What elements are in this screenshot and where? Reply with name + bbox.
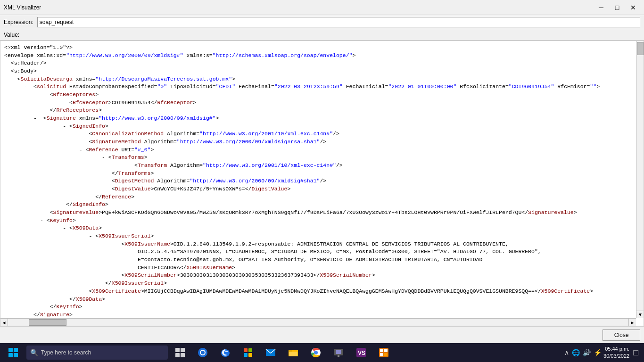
svg-rect-2	[175, 353, 180, 357]
maximize-button[interactable]: □	[610, 2, 624, 13]
notification-icon[interactable]: □	[633, 348, 638, 358]
task-view-button[interactable]	[170, 343, 190, 362]
task-view-icon	[174, 347, 186, 358]
svg-point-16	[314, 351, 318, 354]
value-row: Value:	[0, 29, 644, 41]
taskbar-clock[interactable]: 05:44 p.m. 30/03/2022	[603, 346, 629, 360]
minimize-button[interactable]: ─	[594, 2, 608, 13]
svg-rect-14	[289, 352, 297, 356]
bottom-bar: Close	[0, 326, 644, 343]
horizontal-scrollbar[interactable]: ◄ ►	[0, 318, 636, 326]
svg-rect-9	[244, 353, 248, 357]
cortana-icon	[197, 347, 208, 358]
svg-rect-18	[336, 350, 341, 354]
svg-rect-0	[175, 348, 180, 352]
svg-text:VS: VS	[358, 350, 365, 356]
svg-rect-25	[380, 353, 383, 356]
taskbar-search[interactable]: 🔍 Type here to search	[26, 346, 168, 360]
mail-icon	[265, 347, 276, 358]
windows-logo-icon	[8, 348, 18, 357]
svg-rect-8	[248, 348, 252, 352]
explorer-button[interactable]	[283, 343, 304, 362]
taskbar-right: ∧ 🌐 🔊 ⚡ 05:44 p.m. 30/03/2022 □	[564, 346, 642, 360]
xml-content-area[interactable]: <?xml version="1.0"?> <envelope xmlns:xd…	[0, 41, 644, 326]
power-automate-icon	[378, 347, 389, 358]
hscroll-right-arrow[interactable]: ►	[628, 319, 636, 326]
svg-rect-10	[248, 353, 252, 357]
xml-area-wrapper: <?xml version="1.0"?> <envelope xmlns:xd…	[0, 41, 644, 326]
search-icon: 🔍	[30, 349, 38, 356]
svg-rect-3	[181, 353, 185, 357]
system-tray: ∧ 🌐 🔊 ⚡	[564, 349, 602, 356]
svg-rect-26	[384, 353, 388, 356]
window-title: XML Visualizer	[4, 4, 594, 11]
store-icon	[242, 347, 254, 358]
hscroll-thumb[interactable]	[29, 319, 66, 326]
svg-rect-13	[289, 350, 292, 352]
vertical-scrollbar[interactable]: ▼	[636, 41, 644, 318]
xml-visualizer-window: XML Visualizer ─ □ ✕ Expression: Value: …	[0, 0, 644, 343]
chrome-button[interactable]	[305, 343, 326, 362]
vs-button[interactable]: VS	[351, 343, 372, 362]
network-button[interactable]	[328, 343, 349, 362]
volume-icon[interactable]: 🔊	[583, 349, 591, 356]
store-button[interactable]	[238, 343, 258, 362]
close-button[interactable]: Close	[603, 329, 640, 341]
vscroll-down-arrow[interactable]: ▼	[636, 311, 644, 318]
chrome-icon	[310, 347, 322, 358]
svg-rect-1	[181, 348, 185, 352]
network-status-icon[interactable]: 🌐	[572, 349, 580, 356]
xml-text: <?xml version="1.0"?> <envelope xmlns:xd…	[0, 43, 644, 326]
explorer-icon	[288, 347, 299, 358]
network-icon	[333, 347, 344, 358]
vscroll-thumb[interactable]	[637, 42, 644, 55]
battery-icon[interactable]: ⚡	[594, 349, 602, 356]
vs-icon: VS	[355, 347, 367, 358]
start-button[interactable]	[2, 343, 25, 362]
svg-rect-19	[338, 355, 339, 357]
taskbar: 🔍 Type here to search	[0, 343, 644, 362]
mail-button[interactable]	[260, 343, 281, 362]
clock-date: 30/03/2022	[603, 353, 629, 360]
xml-scroll[interactable]: <?xml version="1.0"?> <envelope xmlns:xd…	[0, 41, 644, 326]
clock-time: 05:44 p.m.	[603, 346, 629, 353]
edge-icon	[220, 347, 231, 358]
hscroll-left-arrow[interactable]: ◄	[0, 319, 8, 326]
window-controls: ─ □ ✕	[594, 2, 640, 13]
value-label: Value:	[4, 32, 19, 38]
edge-button[interactable]	[215, 343, 236, 362]
power-automate-button[interactable]	[373, 343, 394, 362]
svg-rect-7	[244, 348, 248, 352]
svg-rect-23	[380, 349, 383, 352]
title-bar: XML Visualizer ─ □ ✕	[0, 0, 644, 15]
chevron-up-icon[interactable]: ∧	[564, 349, 569, 356]
search-placeholder: Type here to search	[41, 349, 91, 356]
svg-rect-24	[384, 349, 388, 352]
expression-row: Expression:	[0, 15, 644, 29]
svg-point-4	[198, 348, 207, 357]
cortana-button[interactable]	[192, 343, 213, 362]
expression-label: Expression:	[4, 19, 33, 25]
window-close-button[interactable]: ✕	[626, 2, 640, 13]
expression-input[interactable]	[37, 17, 640, 27]
